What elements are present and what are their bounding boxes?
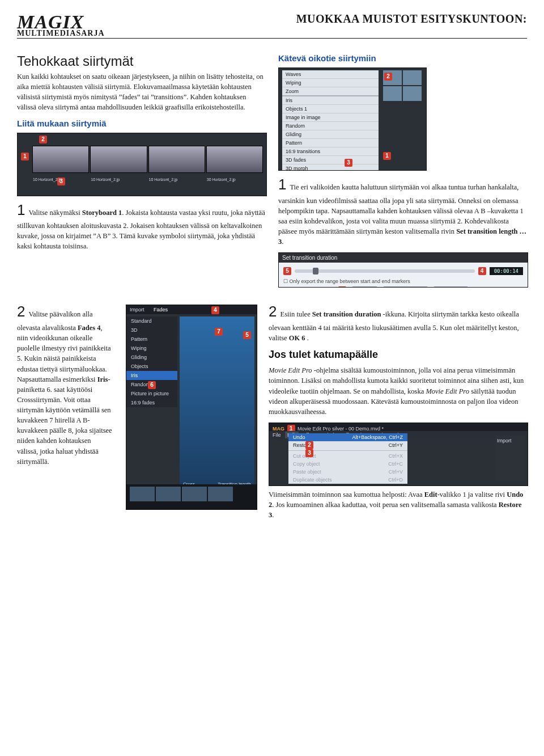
timeline-thumb [208, 487, 233, 501]
subhead-shortcut: Kätevä oikotie siirtymiin [278, 53, 527, 63]
marker-3: 3 [345, 159, 352, 167]
clip-thumb [403, 86, 422, 101]
menu-item: Iris [282, 96, 379, 105]
menu-item: Gliding [282, 130, 379, 139]
header-rule [17, 38, 527, 39]
left-step1-text: 1 Valitse näkymäksi Storyboard 1. Jokais… [17, 200, 266, 252]
panel-tabs: Import Fades [126, 305, 257, 314]
slider-knob[interactable] [313, 268, 318, 274]
two-col-layout: Tehokkaat siirtymät Kun kaikki kohtaukse… [17, 53, 527, 291]
right-step1-text: 1 Tie eri valikoiden kautta haluttuun si… [278, 174, 527, 247]
timeline-thumb [130, 487, 155, 501]
duration-time-field[interactable]: 00:00:14 [490, 267, 523, 275]
subhead-attach-transitions: Liitä mukaan siirtymiä [17, 119, 266, 128]
edit-menu-screenshot: MAG 1 Movie Edit Pro silver - 00 Demo.mv… [269, 423, 528, 486]
lower-right-col: 2 Esiin tulee Set transition duration -i… [269, 301, 527, 526]
menu-item: Zoom [282, 87, 379, 96]
transition-context-menu: Waves Wiping Zoom Iris Objects 1 Image i… [282, 70, 379, 171]
cancel-button[interactable]: Cancel [434, 286, 468, 288]
menu-item: 3D morph [282, 164, 379, 171]
fade-cat: 16:9 fades [126, 398, 177, 407]
menu-item: 16:9 transitions [282, 147, 379, 156]
apply-to-all-button[interactable]: Apply to all [383, 286, 428, 288]
step-number-2: 2 [17, 303, 25, 320]
set-duration-dialog-screenshot: Set transition duration 5 4 00:00:14 ☐ O… [278, 252, 528, 288]
timeline-thumb [156, 487, 181, 501]
fade-cat: Standard [126, 316, 177, 326]
fade-cat: Gliding [126, 353, 177, 362]
left-column: Tehokkaat siirtymät Kun kaikki kohtaukse… [17, 53, 266, 291]
storyboard-strip [126, 484, 257, 509]
marker-1: 1 [21, 153, 29, 161]
article-title: Tehokkaat siirtymät [17, 53, 266, 69]
dialog-titlebar: Set transition duration [279, 253, 528, 263]
undo-paragraph: Movie Edit Pro -ohjelma sisältää kumoust… [269, 365, 527, 417]
header: MAGIX MUOKKAA MUISTOT ESITYSKUNTOON: MUL… [17, 11, 527, 39]
ok-button[interactable]: OK [352, 286, 377, 288]
main-title: MUOKKAA MUISTOT ESITYSKUNTOON: [17, 12, 527, 26]
menu-item: Objects 1 [282, 105, 379, 113]
storyboard-clip: 10 Horizont_2.jp [90, 146, 147, 173]
storyboard-clip: 10 Horizont_2.jp [32, 146, 89, 173]
marker-1: 1 [383, 152, 391, 160]
subhead-regret: Jos tulet katumapäälle [269, 349, 527, 361]
right-column: Kätevä oikotie siirtymiin Waves Wiping Z… [278, 53, 527, 291]
step2-right-text: 2 Esiin tulee Set transition duration -i… [269, 301, 527, 343]
lower-row: 2 Valitse päävalikon alla olevasta alava… [17, 301, 527, 526]
menu-undo: UndoAlt+Backspace, Ctrl+Z [288, 433, 407, 441]
fade-cat: Objects [126, 362, 177, 371]
storyboard-screenshot: 2 1 3 10 Horizont_2.jp 10 Horizont_2.jp … [17, 133, 267, 196]
import-panel: Import [495, 436, 525, 481]
menu-item: Image in image [282, 113, 379, 122]
menu-copy: Copy objectCtrl+C [288, 460, 407, 468]
undo-use-paragraph: Viimeisimmän toiminnon saa kumottua help… [269, 489, 527, 520]
marker-5: 5 [283, 267, 291, 275]
marker-4: 4 [478, 267, 486, 275]
clip-thumb [403, 70, 422, 85]
menu-item: Random [282, 122, 379, 130]
fade-cat: Picture in picture [126, 389, 177, 398]
dialog-body: 5 4 00:00:14 ☐ Only export the range bet… [279, 263, 528, 288]
fade-cat: Pattern [126, 335, 177, 344]
lower-left-text: 2 Valitse päävalikon alla olevasta alava… [17, 301, 113, 526]
marker-5: 5 [243, 331, 251, 339]
marker-2: 2 [39, 136, 47, 143]
timeline-thumb [182, 487, 207, 501]
step2-left-text: 2 Valitse päävalikon alla olevasta alava… [17, 301, 113, 466]
step-number-2: 2 [269, 303, 277, 320]
clip-thumb [383, 86, 402, 101]
fade-cat: Wiping [126, 344, 177, 353]
series-label: MULTIMEDIASARJA [17, 29, 527, 38]
context-menu-screenshot: Waves Wiping Zoom Iris Objects 1 Image i… [278, 67, 427, 171]
marker-7: 7 [215, 328, 223, 336]
marker-6: 6 [148, 381, 156, 389]
only-export-checkbox-label: ☐ Only export the range between start an… [283, 278, 523, 284]
duration-slider[interactable] [295, 269, 475, 273]
fades-category-list: Standard 3D Pattern Wiping Gliding Objec… [126, 316, 177, 407]
set-transition-duration-dialog: Set transition duration 5 4 00:00:14 ☐ O… [279, 253, 528, 287]
marker-3: 3 [305, 449, 313, 457]
menu-paste: Paste objectCtrl+V [288, 468, 407, 476]
marker-2: 2 [305, 441, 313, 449]
intro-paragraph: Kun kaikki kohtaukset on saatu oikeaan j… [17, 71, 266, 113]
step-number-1: 1 [278, 176, 286, 193]
step-number-1: 1 [17, 201, 25, 218]
storyboard-clip: 30 Horizont_2.jp [206, 146, 263, 173]
storyboard-clip: 10 Horizont_2.jp [148, 146, 205, 173]
transition-preview-area: Cross Transition length [180, 316, 254, 489]
marker-2: 2 [384, 73, 392, 81]
lower-screenshot-col: Import Fades 4 Standard 3D Pattern Wipin… [126, 301, 256, 526]
menu-item: Waves [282, 70, 379, 79]
menu-dup: Duplicate objectsCtrl+D [288, 476, 407, 484]
menu-item: 3D fades [282, 156, 379, 164]
marker-6: 6 [338, 286, 346, 288]
fades-panel-screenshot: Import Fades 4 Standard 3D Pattern Wipin… [126, 305, 257, 510]
marker-4: 4 [211, 306, 219, 314]
menu-item: Pattern [282, 139, 379, 147]
storyboard-clips-row: 10 Horizont_2.jp 10 Horizont_2.jp 10 Hor… [18, 133, 266, 176]
menu-item: Wiping [282, 79, 379, 87]
fade-cat: 3D [126, 326, 177, 335]
fade-cat-iris: Iris [126, 371, 177, 380]
